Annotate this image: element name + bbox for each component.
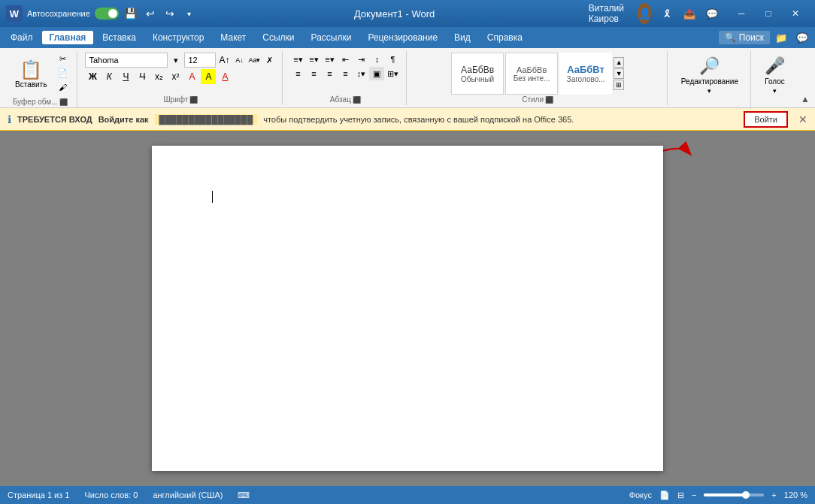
view-icon[interactable]: 📄 [659, 490, 670, 500]
toggle-knob [108, 9, 117, 18]
italic-btn[interactable]: К [101, 69, 117, 84]
pilcrow-btn[interactable]: ¶ [385, 53, 400, 66]
menu-view[interactable]: Вид [447, 31, 478, 44]
share-icon[interactable]: 📤 [680, 4, 699, 23]
login-button[interactable]: Войти [744, 111, 788, 128]
menu-home[interactable]: Главная [42, 31, 94, 44]
list-multi-btn[interactable]: ≡▾ [322, 53, 337, 66]
menu-share-icon[interactable]: 📁 [771, 28, 791, 47]
menu-help[interactable]: Справка [480, 31, 530, 44]
format-painter-btn[interactable]: 🖌 [54, 81, 71, 93]
menu-references[interactable]: Ссылки [255, 31, 301, 44]
list-number-btn[interactable]: ≡▾ [306, 53, 321, 66]
ribbon-collapse-btn[interactable]: ▲ [798, 94, 812, 107]
editing-btn[interactable]: 🔎 Редактирование ▾ [675, 53, 744, 98]
zoom-minus[interactable]: − [692, 490, 696, 499]
underline-btn[interactable]: Ч [118, 69, 133, 84]
editing-content: 🔎 Редактирование ▾ [675, 53, 744, 98]
font-name-dropdown[interactable]: ▾ [169, 53, 183, 67]
avatar[interactable]: 👤 [638, 3, 651, 24]
menu-comment2-icon[interactable]: 💬 [792, 28, 812, 47]
copy-btn[interactable]: 📄 [54, 67, 71, 80]
style-normal[interactable]: АаБбВв Обычный [451, 53, 504, 95]
font-size-input[interactable] [184, 53, 216, 68]
zoom-thumb [742, 491, 750, 499]
autosave-toggle[interactable] [95, 8, 119, 20]
clipboard-expand-icon[interactable]: ⬛ [59, 98, 68, 106]
subscript-btn[interactable]: х₂ [151, 69, 166, 84]
font-color2-btn[interactable]: A [217, 69, 232, 84]
undo-icon[interactable]: ↩ [143, 8, 158, 20]
styles-scroll-down[interactable]: ▼ [614, 68, 624, 79]
title-bar-center: Документ1 - Word [200, 8, 589, 20]
save-icon[interactable]: 💾 [123, 8, 138, 20]
menu-mailings[interactable]: Рассылки [304, 31, 359, 44]
layout-icon[interactable]: ⊟ [677, 490, 684, 500]
search-box[interactable]: 🔍 Поиск [719, 31, 770, 44]
align-justify-btn[interactable]: ≡ [338, 67, 353, 80]
styles-section: АаБбВв Обычный АаБбВв Без инте... АаБбВт… [451, 53, 624, 95]
header-actions: 🎗 📤 💬 [657, 4, 722, 23]
para-expand-icon[interactable]: ⬛ [353, 96, 361, 104]
menu-insert[interactable]: Вставка [95, 31, 144, 44]
style-no-spacing-label: Без инте... [514, 74, 550, 83]
font-name-input[interactable] [85, 53, 168, 68]
align-right-btn[interactable]: ≡ [322, 67, 337, 80]
style-no-spacing[interactable]: АаБбВв Без инте... [505, 53, 558, 95]
sort-btn[interactable]: ↕ [369, 53, 384, 66]
zoom-slider[interactable] [704, 493, 764, 496]
styles-scroll-up[interactable]: ▲ [614, 57, 624, 68]
font-section: ▾ A↑ A↓ Aa▾ ✗ Ж К Ч Ч х₂ х² A [85, 53, 276, 84]
indent-increase-btn[interactable]: ⇥ [353, 53, 368, 66]
zoom-percent: 120 % [784, 490, 807, 499]
customize-icon[interactable]: ▾ [182, 10, 197, 18]
doc-page[interactable] [152, 146, 663, 471]
superscript-btn[interactable]: х² [168, 69, 183, 84]
font-color-btn[interactable]: A [184, 69, 199, 84]
editing-icon: 🔎 [699, 56, 720, 76]
font-expand-icon[interactable]: ⬛ [189, 96, 198, 104]
comment-icon[interactable]: 💬 [702, 4, 722, 23]
font-size-down[interactable]: A↓ [232, 53, 246, 67]
font-size-up[interactable]: A↑ [217, 53, 231, 67]
styles-expand-icon[interactable]: ⬛ [545, 96, 553, 104]
font-case-btn[interactable]: Aa▾ [247, 53, 261, 67]
microphone-icon: 🎤 [765, 56, 785, 76]
minimize-btn[interactable]: ─ [728, 0, 755, 27]
maximize-btn[interactable]: □ [755, 0, 782, 27]
align-center-btn[interactable]: ≡ [306, 67, 321, 80]
style-heading[interactable]: АаБбВт Заголово... [559, 53, 612, 95]
line-spacing-btn[interactable]: ↕▾ [353, 67, 368, 80]
menu-layout[interactable]: Макет [213, 31, 253, 44]
indent-decrease-btn[interactable]: ⇤ [338, 53, 353, 66]
align-left-btn[interactable]: ≡ [290, 67, 305, 80]
list-bullet-btn[interactable]: ≡▾ [290, 53, 305, 66]
clear-format-btn[interactable]: ✗ [262, 53, 276, 67]
para-row1: ≡▾ ≡▾ ≡▾ ⇤ ⇥ ↕ ¶ [290, 53, 400, 66]
notif-close-btn[interactable]: ✕ [798, 113, 807, 125]
menu-design[interactable]: Конструктор [145, 31, 211, 44]
redo-icon[interactable]: ↪ [162, 8, 177, 20]
cut-btn[interactable]: ✂ [54, 53, 71, 65]
notification-bar: ℹ ТРЕБУЕТСЯ ВХОД Войдите как ███████████… [0, 108, 815, 131]
shading-btn[interactable]: ▣ [369, 67, 384, 80]
lang-icon[interactable]: ⌨ [238, 490, 250, 500]
notif-info-icon: ℹ [8, 113, 11, 125]
menu-file[interactable]: Файл [3, 31, 41, 44]
search-icon: 🔍 [725, 32, 736, 43]
ribbon-icon[interactable]: 🎗 [657, 4, 677, 23]
border-btn[interactable]: ⊞▾ [385, 67, 400, 80]
styles-more-btn[interactable]: ⊞ [614, 80, 624, 90]
menu-review[interactable]: Рецензирование [360, 31, 445, 44]
strikethrough-btn[interactable]: Ч [135, 69, 150, 84]
voice-btn[interactable]: 🎤 Голос ▾ [759, 53, 791, 98]
main-area: Файл Главная Вставка Конструктор Макет С… [0, 27, 815, 504]
bold-btn[interactable]: Ж [85, 69, 100, 84]
close-btn[interactable]: ✕ [782, 0, 809, 27]
zoom-plus[interactable]: + [771, 490, 776, 499]
clipboard-label: Буфер обм... ⬛ [13, 98, 68, 107]
paste-button[interactable]: 📋 Вставить [9, 53, 53, 98]
focus-mode[interactable]: Фокус [629, 490, 652, 499]
highlight-btn[interactable]: A [201, 69, 216, 84]
doc-area [0, 131, 815, 486]
